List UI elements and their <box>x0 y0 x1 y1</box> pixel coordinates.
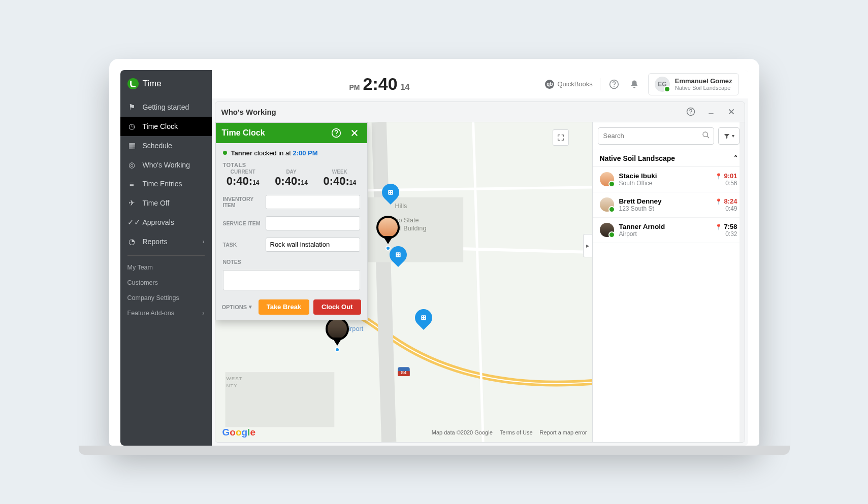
employee-map-pin[interactable] <box>326 317 349 341</box>
svg-point-38 <box>336 135 337 136</box>
clock-sec: 14 <box>401 83 410 92</box>
card-title: Time Clock <box>222 128 325 138</box>
svg-point-1 <box>614 86 615 87</box>
map[interactable]: Hills ho State tol Building Airport WEST… <box>215 122 592 442</box>
search-box <box>598 127 714 145</box>
sub-customers[interactable]: Customers <box>120 275 212 290</box>
total-day: DAY 0:40:14 <box>271 169 311 188</box>
nav-getting-started[interactable]: ⚑ Getting started <box>120 97 212 117</box>
nav-label: Schedule <box>143 142 172 150</box>
employee-row[interactable]: Brett Denney 123 South St 📍8:24 0:49 <box>593 192 745 218</box>
status-line: Tanner clocked in at 2:00 PM <box>223 149 360 157</box>
chart-icon: ◔ <box>127 237 137 246</box>
check-icon: ✓✓ <box>127 218 137 227</box>
search-input[interactable] <box>598 127 714 145</box>
plane-icon: ✈ <box>127 198 137 208</box>
quickbooks-link[interactable]: qb QuickBooks <box>545 80 592 89</box>
chevron-down-icon: ▾ <box>732 133 734 139</box>
sub-company-settings[interactable]: Company Settings <box>120 290 212 306</box>
nav-time-off[interactable]: ✈ Time Off <box>120 193 212 213</box>
pin-icon: 📍 <box>715 173 722 179</box>
clock-out-button[interactable]: Clock Out <box>313 299 361 315</box>
card-help-icon[interactable] <box>330 126 343 140</box>
sub-feature-addons[interactable]: Feature Add-ons› <box>120 306 212 321</box>
employee-info: Stacie Ibuki South Office <box>619 172 711 187</box>
header-clock: PM 2:40 14 <box>221 74 538 94</box>
nav-whos-working[interactable]: ◎ Who's Working <box>120 155 212 175</box>
card-close-icon[interactable] <box>348 126 361 140</box>
card-header: Time Clock <box>216 123 367 143</box>
user-menu[interactable]: EG Emmanuel Gomez Native Soil Landscape <box>648 73 739 95</box>
help-icon[interactable] <box>607 78 621 91</box>
location-pin[interactable] <box>415 309 432 326</box>
svg-text:84: 84 <box>401 369 406 375</box>
status-time-link[interactable]: 2:00 PM <box>293 149 317 157</box>
location-pin[interactable] <box>382 184 399 201</box>
map-terms[interactable]: Terms of Use <box>500 429 533 435</box>
card-body: Tanner clocked in at 2:00 PM TOTALS CURR… <box>216 143 367 294</box>
divider <box>127 255 205 256</box>
time-clock-card: Time Clock <box>215 122 368 320</box>
nav-time-clock[interactable]: ◷ Time Clock <box>120 117 212 136</box>
svg-text:WEST: WEST <box>226 375 242 381</box>
take-break-button[interactable]: Take Break <box>259 299 309 315</box>
chevron-right-icon: › <box>202 310 204 317</box>
svg-line-42 <box>707 136 709 138</box>
map-report[interactable]: Report a map error <box>540 429 587 435</box>
employee-times: 📍7:58 0:32 <box>715 223 737 238</box>
scrollbar[interactable] <box>740 122 745 442</box>
employee-info: Tanner Arnold Airport <box>619 223 711 238</box>
employee-location: South Office <box>619 180 711 187</box>
panel: Who's Working <box>215 102 745 443</box>
bell-icon[interactable] <box>628 78 641 91</box>
inventory-input[interactable] <box>266 195 360 209</box>
sub-my-team[interactable]: My Team <box>120 260 212 275</box>
panel-help-icon[interactable] <box>684 105 698 119</box>
employee-duration: 0:49 <box>715 205 737 212</box>
flag-icon: ⚑ <box>127 103 137 112</box>
task-label: TASK <box>223 242 261 248</box>
avatar: EG <box>655 77 670 92</box>
service-input[interactable] <box>266 216 360 230</box>
employee-map-pin[interactable] <box>376 216 400 239</box>
employee-time-in: 9:01 <box>724 172 737 180</box>
nav-schedule[interactable]: ▦ Schedule <box>120 136 212 155</box>
location-pin[interactable] <box>390 246 407 263</box>
status-text: Tanner clocked in at 2:00 PM <box>231 149 318 157</box>
employee-name: Tanner Arnold <box>619 223 711 230</box>
status-dot-icon <box>223 151 227 155</box>
employee-name: Stacie Ibuki <box>619 172 711 180</box>
nav-reports[interactable]: ◔ Reports › <box>120 232 212 251</box>
google-logo: Google <box>222 427 255 438</box>
avatar <box>600 172 614 186</box>
employee-row[interactable]: Stacie Ibuki South Office 📍9:01 0:56 <box>593 167 745 192</box>
total-label: DAY <box>271 169 311 175</box>
svg-text:NTY: NTY <box>226 382 237 388</box>
svg-text:Hills: Hills <box>395 202 407 210</box>
search-icon[interactable] <box>702 131 710 141</box>
filter-button[interactable]: ▾ <box>718 127 740 145</box>
total-label: WEEK <box>319 169 360 175</box>
sub-label: My Team <box>127 264 153 271</box>
employee-info: Brett Denney 123 South St <box>619 197 711 212</box>
service-row: SERVICE ITEM <box>223 216 360 230</box>
collapse-toggle[interactable]: ▸ <box>583 234 592 257</box>
main: PM 2:40 14 qb QuickBooks EG <box>212 70 748 446</box>
topbar: PM 2:40 14 qb QuickBooks EG <box>212 70 748 98</box>
nav-approvals[interactable]: ✓✓ Approvals <box>120 213 212 232</box>
employee-list: ▾ Native Soil Landscape ˄ Stacie Ibuki S… <box>592 122 745 442</box>
fullscreen-icon[interactable] <box>553 129 569 146</box>
nav-time-entries[interactable]: ≡ Time Entries <box>120 175 212 193</box>
nav-label: Reports <box>143 238 168 246</box>
employee-times: 📍9:01 0:56 <box>715 172 737 187</box>
minimize-icon[interactable] <box>704 105 718 119</box>
close-icon[interactable] <box>724 105 738 119</box>
quickbooks-icon: qb <box>545 80 554 89</box>
clock-icon: ◷ <box>127 122 137 131</box>
group-header[interactable]: Native Soil Landscape ˄ <box>593 150 745 167</box>
options-menu[interactable]: OPTIONS▾ <box>222 304 252 310</box>
notes-input[interactable] <box>223 270 360 290</box>
employee-row[interactable]: Tanner Arnold Airport 📍7:58 0:32 <box>593 218 745 243</box>
task-input[interactable] <box>266 238 360 252</box>
brand-name: Time <box>143 79 162 89</box>
